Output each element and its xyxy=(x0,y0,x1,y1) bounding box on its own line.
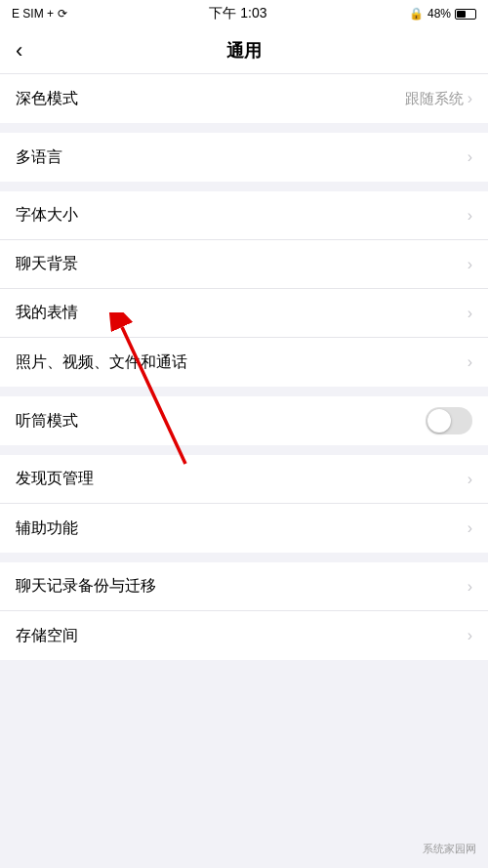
settings-item-chat-backup[interactable]: 聊天记录备份与迁移› xyxy=(0,562,488,611)
settings-item-label-chat-backup: 聊天记录备份与迁移 xyxy=(16,576,156,597)
settings-item-value-dark-mode: 跟随系统 xyxy=(405,90,464,108)
status-right: 🔒 48% xyxy=(409,7,476,21)
settings-group-2: 字体大小›聊天背景›我的表情›照片、视频、文件和通话› xyxy=(0,191,488,387)
settings-item-storage[interactable]: 存储空间› xyxy=(0,611,488,660)
settings-group-5: 聊天记录备份与迁移›存储空间› xyxy=(0,562,488,660)
settings-item-media-files[interactable]: 照片、视频、文件和通话› xyxy=(0,338,488,387)
wifi-icon: ⟳ xyxy=(58,7,67,21)
settings-item-earpiece-mode[interactable]: 听筒模式 xyxy=(0,396,488,445)
chevron-icon-font-size: › xyxy=(468,207,472,225)
chevron-icon-my-emoji: › xyxy=(468,305,472,322)
nav-header: ‹ 通用 xyxy=(0,27,488,74)
settings-item-label-accessibility: 辅助功能 xyxy=(16,518,78,539)
settings-group-0: 深色模式跟随系统› xyxy=(0,74,488,123)
status-bar: E SIM + ⟳ 下午 1:03 🔒 48% xyxy=(0,0,488,27)
chevron-icon-discovery-manage: › xyxy=(468,471,472,488)
sim-label: E SIM + xyxy=(12,7,54,21)
settings-item-discovery-manage[interactable]: 发现页管理› xyxy=(0,455,488,504)
settings-item-label-font-size: 字体大小 xyxy=(16,205,78,226)
back-button[interactable]: ‹ xyxy=(16,38,22,63)
settings-item-label-storage: 存储空间 xyxy=(16,626,78,646)
page-title: 通用 xyxy=(226,39,262,62)
chevron-icon-dark-mode: › xyxy=(468,90,472,107)
back-icon: ‹ xyxy=(16,38,22,63)
settings-item-label-dark-mode: 深色模式 xyxy=(16,89,78,109)
settings-item-right-chat-backup: › xyxy=(468,578,472,596)
settings-item-right-chat-background: › xyxy=(468,256,472,273)
settings-item-label-discovery-manage: 发现页管理 xyxy=(16,469,94,489)
chevron-icon-media-files: › xyxy=(468,353,472,371)
status-time: 下午 1:03 xyxy=(209,5,266,22)
chevron-icon-storage: › xyxy=(468,627,472,644)
settings-item-right-dark-mode: 跟随系统› xyxy=(405,90,472,108)
settings-item-label-earpiece-mode: 听筒模式 xyxy=(16,411,78,432)
toggle-earpiece-mode[interactable] xyxy=(426,407,472,434)
settings-item-right-my-emoji: › xyxy=(468,305,472,322)
settings-group-4: 发现页管理›辅助功能› xyxy=(0,455,488,553)
lock-icon: 🔒 xyxy=(409,7,424,21)
chevron-icon-chat-background: › xyxy=(468,256,472,273)
settings-item-font-size[interactable]: 字体大小› xyxy=(0,191,488,240)
settings-item-label-my-emoji: 我的表情 xyxy=(16,303,78,323)
settings-item-right-font-size: › xyxy=(468,207,472,225)
status-left: E SIM + ⟳ xyxy=(12,7,67,21)
chevron-icon-language: › xyxy=(468,148,472,166)
watermark: 系统家园网 xyxy=(423,842,476,856)
settings-group-1: 多语言› xyxy=(0,133,488,182)
settings-item-right-language: › xyxy=(468,148,472,166)
settings-item-my-emoji[interactable]: 我的表情› xyxy=(0,289,488,338)
settings-item-right-earpiece-mode xyxy=(426,407,472,434)
settings-item-right-storage: › xyxy=(468,627,472,644)
battery-icon xyxy=(455,9,476,20)
settings-item-label-media-files: 照片、视频、文件和通话 xyxy=(16,352,187,373)
battery-percent: 48% xyxy=(427,7,451,21)
settings-item-language[interactable]: 多语言› xyxy=(0,133,488,182)
settings-item-right-discovery-manage: › xyxy=(468,471,472,488)
settings-item-right-accessibility: › xyxy=(468,519,472,537)
settings-item-chat-background[interactable]: 聊天背景› xyxy=(0,240,488,289)
settings-container: 深色模式跟随系统›多语言›字体大小›聊天背景›我的表情›照片、视频、文件和通话›… xyxy=(0,74,488,868)
chevron-icon-accessibility: › xyxy=(468,519,472,537)
settings-item-right-media-files: › xyxy=(468,353,472,371)
chevron-icon-chat-backup: › xyxy=(468,578,472,596)
settings-item-accessibility[interactable]: 辅助功能› xyxy=(0,504,488,553)
settings-group-3: 听筒模式 xyxy=(0,396,488,445)
settings-item-label-language: 多语言 xyxy=(16,147,62,168)
settings-item-label-chat-background: 聊天背景 xyxy=(16,254,78,274)
toggle-thumb-earpiece-mode xyxy=(427,409,451,433)
settings-item-dark-mode[interactable]: 深色模式跟随系统› xyxy=(0,74,488,123)
